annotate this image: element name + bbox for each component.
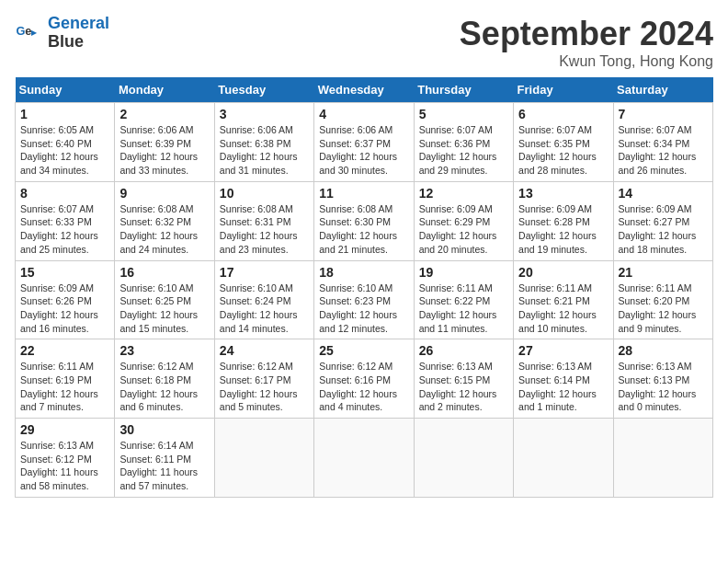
day-number: 16 bbox=[119, 265, 209, 280]
day-number: 6 bbox=[518, 107, 608, 121]
calendar-cell: 26 Sunrise: 6:13 AM Sunset: 6:15 PM Dayl… bbox=[414, 339, 513, 419]
calendar-week-row: 15 Sunrise: 6:09 AM Sunset: 6:26 PM Dayl… bbox=[16, 260, 713, 339]
day-info: Sunrise: 6:05 AM Sunset: 6:40 PM Dayligh… bbox=[20, 123, 109, 178]
day-number: 21 bbox=[619, 265, 708, 280]
svg-text:▶: ▶ bbox=[31, 28, 38, 36]
day-info: Sunrise: 6:07 AM Sunset: 6:35 PM Dayligh… bbox=[518, 123, 608, 178]
day-number: 20 bbox=[518, 265, 608, 280]
calendar-table: SundayMondayTuesdayWednesdayThursdayFrid… bbox=[15, 77, 713, 498]
col-header-thursday: Thursday bbox=[414, 77, 513, 103]
svg-text:G: G bbox=[17, 23, 26, 37]
calendar-cell: 25 Sunrise: 6:12 AM Sunset: 6:16 PM Dayl… bbox=[314, 339, 414, 419]
calendar-cell: 13 Sunrise: 6:09 AM Sunset: 6:28 PM Dayl… bbox=[514, 181, 613, 260]
day-info: Sunrise: 6:10 AM Sunset: 6:24 PM Dayligh… bbox=[220, 282, 309, 336]
day-info: Sunrise: 6:07 AM Sunset: 6:34 PM Dayligh… bbox=[619, 123, 708, 178]
logo: G e ▶ GeneralBlue bbox=[15, 15, 109, 52]
calendar-cell bbox=[613, 419, 712, 498]
calendar-cell: 4 Sunrise: 6:06 AM Sunset: 6:37 PM Dayli… bbox=[314, 103, 414, 182]
day-info: Sunrise: 6:12 AM Sunset: 6:16 PM Dayligh… bbox=[319, 360, 408, 414]
day-number: 15 bbox=[20, 265, 109, 280]
location-subtitle: Kwun Tong, Hong Kong bbox=[460, 53, 713, 70]
day-info: Sunrise: 6:08 AM Sunset: 6:31 PM Dayligh… bbox=[220, 202, 309, 257]
day-info: Sunrise: 6:13 AM Sunset: 6:15 PM Dayligh… bbox=[419, 360, 508, 414]
day-number: 1 bbox=[20, 107, 109, 121]
day-info: Sunrise: 6:11 AM Sunset: 6:22 PM Dayligh… bbox=[419, 282, 508, 336]
page-header: G e ▶ GeneralBlue September 2024 Kwun To… bbox=[15, 15, 713, 70]
day-number: 2 bbox=[119, 107, 209, 121]
day-info: Sunrise: 6:14 AM Sunset: 6:11 PM Dayligh… bbox=[119, 439, 209, 493]
col-header-tuesday: Tuesday bbox=[214, 77, 313, 103]
calendar-cell: 3 Sunrise: 6:06 AM Sunset: 6:38 PM Dayli… bbox=[214, 103, 313, 182]
day-number: 11 bbox=[319, 186, 408, 201]
calendar-cell: 29 Sunrise: 6:13 AM Sunset: 6:12 PM Dayl… bbox=[16, 419, 115, 498]
calendar-cell: 6 Sunrise: 6:07 AM Sunset: 6:35 PM Dayli… bbox=[514, 103, 613, 182]
day-info: Sunrise: 6:09 AM Sunset: 6:27 PM Dayligh… bbox=[619, 202, 708, 257]
calendar-cell: 5 Sunrise: 6:07 AM Sunset: 6:36 PM Dayli… bbox=[414, 103, 513, 182]
calendar-cell: 14 Sunrise: 6:09 AM Sunset: 6:27 PM Dayl… bbox=[613, 181, 712, 260]
day-info: Sunrise: 6:09 AM Sunset: 6:29 PM Dayligh… bbox=[419, 202, 508, 257]
calendar-week-row: 22 Sunrise: 6:11 AM Sunset: 6:19 PM Dayl… bbox=[16, 339, 713, 419]
title-area: September 2024 Kwun Tong, Hong Kong bbox=[460, 15, 713, 70]
month-title: September 2024 bbox=[460, 15, 713, 53]
day-number: 7 bbox=[619, 107, 708, 121]
day-info: Sunrise: 6:08 AM Sunset: 6:30 PM Dayligh… bbox=[319, 202, 408, 257]
day-info: Sunrise: 6:10 AM Sunset: 6:25 PM Dayligh… bbox=[119, 282, 209, 336]
calendar-cell: 23 Sunrise: 6:12 AM Sunset: 6:18 PM Dayl… bbox=[115, 339, 214, 419]
calendar-week-row: 29 Sunrise: 6:13 AM Sunset: 6:12 PM Dayl… bbox=[16, 419, 713, 498]
day-info: Sunrise: 6:10 AM Sunset: 6:23 PM Dayligh… bbox=[319, 282, 408, 336]
calendar-cell: 27 Sunrise: 6:13 AM Sunset: 6:14 PM Dayl… bbox=[514, 339, 613, 419]
col-header-monday: Monday bbox=[115, 77, 214, 103]
day-number: 26 bbox=[419, 343, 508, 358]
day-number: 30 bbox=[119, 422, 209, 437]
day-info: Sunrise: 6:13 AM Sunset: 6:14 PM Dayligh… bbox=[518, 360, 608, 414]
day-number: 19 bbox=[419, 265, 508, 280]
calendar-cell bbox=[414, 419, 513, 498]
calendar-cell: 1 Sunrise: 6:05 AM Sunset: 6:40 PM Dayli… bbox=[16, 103, 115, 182]
day-info: Sunrise: 6:13 AM Sunset: 6:12 PM Dayligh… bbox=[20, 439, 109, 493]
day-info: Sunrise: 6:07 AM Sunset: 6:36 PM Dayligh… bbox=[419, 123, 508, 178]
calendar-week-row: 1 Sunrise: 6:05 AM Sunset: 6:40 PM Dayli… bbox=[16, 103, 713, 182]
col-header-sunday: Sunday bbox=[16, 77, 115, 103]
day-number: 9 bbox=[119, 186, 209, 201]
day-number: 25 bbox=[319, 343, 408, 358]
day-info: Sunrise: 6:07 AM Sunset: 6:33 PM Dayligh… bbox=[20, 202, 109, 257]
day-info: Sunrise: 6:11 AM Sunset: 6:21 PM Dayligh… bbox=[518, 282, 608, 336]
day-number: 5 bbox=[419, 107, 508, 121]
col-header-wednesday: Wednesday bbox=[314, 77, 414, 103]
calendar-header-row: SundayMondayTuesdayWednesdayThursdayFrid… bbox=[16, 77, 713, 103]
day-info: Sunrise: 6:08 AM Sunset: 6:32 PM Dayligh… bbox=[119, 202, 209, 257]
calendar-cell: 11 Sunrise: 6:08 AM Sunset: 6:30 PM Dayl… bbox=[314, 181, 414, 260]
calendar-cell: 24 Sunrise: 6:12 AM Sunset: 6:17 PM Dayl… bbox=[214, 339, 313, 419]
day-number: 13 bbox=[518, 186, 608, 201]
day-number: 10 bbox=[220, 186, 309, 201]
day-number: 4 bbox=[319, 107, 408, 121]
day-number: 29 bbox=[20, 422, 109, 437]
calendar-cell: 18 Sunrise: 6:10 AM Sunset: 6:23 PM Dayl… bbox=[314, 260, 414, 339]
day-number: 17 bbox=[220, 265, 309, 280]
col-header-saturday: Saturday bbox=[613, 77, 712, 103]
calendar-cell: 8 Sunrise: 6:07 AM Sunset: 6:33 PM Dayli… bbox=[16, 181, 115, 260]
day-info: Sunrise: 6:12 AM Sunset: 6:18 PM Dayligh… bbox=[119, 360, 209, 414]
day-info: Sunrise: 6:09 AM Sunset: 6:26 PM Dayligh… bbox=[20, 282, 109, 336]
logo-text: GeneralBlue bbox=[48, 15, 109, 52]
calendar-week-row: 8 Sunrise: 6:07 AM Sunset: 6:33 PM Dayli… bbox=[16, 181, 713, 260]
calendar-cell: 2 Sunrise: 6:06 AM Sunset: 6:39 PM Dayli… bbox=[115, 103, 214, 182]
calendar-cell: 19 Sunrise: 6:11 AM Sunset: 6:22 PM Dayl… bbox=[414, 260, 513, 339]
calendar-cell: 30 Sunrise: 6:14 AM Sunset: 6:11 PM Dayl… bbox=[115, 419, 214, 498]
day-number: 23 bbox=[119, 343, 209, 358]
day-info: Sunrise: 6:13 AM Sunset: 6:13 PM Dayligh… bbox=[619, 360, 708, 414]
calendar-cell: 17 Sunrise: 6:10 AM Sunset: 6:24 PM Dayl… bbox=[214, 260, 313, 339]
day-number: 8 bbox=[20, 186, 109, 201]
calendar-cell: 16 Sunrise: 6:10 AM Sunset: 6:25 PM Dayl… bbox=[115, 260, 214, 339]
day-number: 14 bbox=[619, 186, 708, 201]
day-number: 24 bbox=[220, 343, 309, 358]
calendar-cell: 9 Sunrise: 6:08 AM Sunset: 6:32 PM Dayli… bbox=[115, 181, 214, 260]
calendar-cell: 12 Sunrise: 6:09 AM Sunset: 6:29 PM Dayl… bbox=[414, 181, 513, 260]
day-info: Sunrise: 6:11 AM Sunset: 6:19 PM Dayligh… bbox=[20, 360, 109, 414]
calendar-cell: 20 Sunrise: 6:11 AM Sunset: 6:21 PM Dayl… bbox=[514, 260, 613, 339]
calendar-cell: 10 Sunrise: 6:08 AM Sunset: 6:31 PM Dayl… bbox=[214, 181, 313, 260]
calendar-cell: 21 Sunrise: 6:11 AM Sunset: 6:20 PM Dayl… bbox=[613, 260, 712, 339]
day-info: Sunrise: 6:12 AM Sunset: 6:17 PM Dayligh… bbox=[220, 360, 309, 414]
day-number: 22 bbox=[20, 343, 109, 358]
day-info: Sunrise: 6:06 AM Sunset: 6:37 PM Dayligh… bbox=[319, 123, 408, 178]
